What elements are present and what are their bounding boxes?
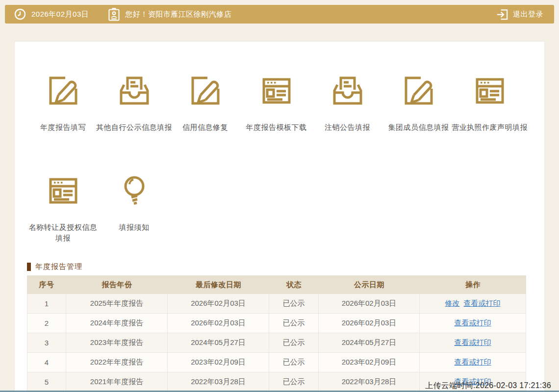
table-row: 3 2023年年度报告 2024年05月27日 已公示 2024年05月27日 … <box>27 333 526 353</box>
user-greeting: 您好！资阳市雁江区徐刚汽修店 <box>125 10 231 19</box>
menu-row-2: 名称转让及授权信息填报 填报须知 <box>27 172 170 244</box>
webpage-icon <box>258 72 295 109</box>
lightbulb-icon <box>116 172 153 209</box>
inbox-document-icon <box>329 72 366 109</box>
menu-item-cancellation-notice[interactable]: 注销公告填报 <box>312 72 383 133</box>
row-operations: 查看或打印 <box>420 333 526 352</box>
section-title-text: 年度报告管理 <box>35 262 82 271</box>
row-operations: 查看或打印 <box>420 314 526 333</box>
header-operations: 操作 <box>420 275 526 294</box>
row-operations: 修改 查看或打印 <box>420 294 526 313</box>
menu-item-label: 信用信息修复 <box>182 122 228 133</box>
row-status: 已公示 <box>269 372 319 392</box>
row-status: 已公示 <box>269 333 319 352</box>
header-last-modified: 最后修改日期 <box>168 275 269 294</box>
header-index: 序号 <box>27 275 66 294</box>
topbar: 2026年02月03日 您好！资阳市雁江区徐刚汽修店 退出登录 <box>5 5 554 24</box>
table-row: 1 2025年年度报告 2026年02月03日 已公示 2026年02月03日 … <box>27 294 526 314</box>
upload-time-watermark: 上传云端时间:2026-02-03 17:21:36 <box>425 381 551 391</box>
row-index: 1 <box>27 294 66 313</box>
logout-label: 退出登录 <box>513 10 543 19</box>
row-status: 已公示 <box>269 294 319 313</box>
view-or-print-link[interactable]: 查看或打印 <box>455 358 491 367</box>
webpage-icon <box>471 72 508 109</box>
row-index: 3 <box>27 333 66 352</box>
row-last-modified: 2024年05月27日 <box>168 333 269 352</box>
row-publish-date: 2023年02月09日 <box>319 353 420 372</box>
row-report-year: 2021年年度报告 <box>66 372 168 392</box>
menu-item-label: 年度报告填写 <box>40 122 86 133</box>
logout-button[interactable]: 退出登录 <box>496 8 543 21</box>
edit-square-icon <box>187 72 224 109</box>
menu-item-other-public-info[interactable]: 其他自行公示信息填报 <box>99 72 170 133</box>
webpage-icon <box>45 172 82 209</box>
menu-row-1: 年度报告填写 其他自行公示信息填报 信用信息修复 <box>27 72 525 133</box>
view-or-print-link[interactable]: 查看或打印 <box>455 318 491 328</box>
table-row: 4 2022年年度报告 2023年02月09日 已公示 2023年02月09日 … <box>27 353 526 372</box>
row-index: 5 <box>27 372 66 392</box>
section-marker <box>27 263 31 271</box>
table-row: 2 2024年年度报告 2026年02月03日 已公示 2026年02月03日 … <box>27 314 526 333</box>
view-or-print-link[interactable]: 查看或打印 <box>455 338 491 347</box>
row-last-modified: 2022年03月28日 <box>168 372 269 392</box>
table-header-row: 序号 报告年份 最后修改日期 状态 公示日期 操作 <box>27 275 526 294</box>
annual-report-section-title: 年度报告管理 <box>27 262 82 271</box>
menu-item-filing-instructions[interactable]: 填报须知 <box>99 172 170 244</box>
row-publish-date: 2026年02月03日 <box>319 314 420 333</box>
row-publish-date: 2022年03月28日 <box>319 372 420 392</box>
inbox-document-icon <box>116 72 153 109</box>
header-report-year: 报告年份 <box>66 275 168 294</box>
menu-item-label: 填报须知 <box>119 222 150 233</box>
row-last-modified: 2023年02月09日 <box>168 353 269 372</box>
menu-item-template-download[interactable]: 年度报告模板下载 <box>241 72 312 133</box>
clock-icon <box>14 8 26 20</box>
menu-item-license-void-declaration[interactable]: 营业执照作废声明填报 <box>454 72 525 133</box>
menu-item-label: 集团成员信息填报 <box>388 122 449 133</box>
row-report-year: 2023年年度报告 <box>66 333 168 352</box>
logout-icon <box>496 8 508 21</box>
menu-item-label: 年度报告模板下载 <box>246 122 307 133</box>
modify-link[interactable]: 修改 <box>445 299 460 308</box>
menu-item-label: 注销公告填报 <box>325 122 370 133</box>
row-index: 4 <box>27 353 66 372</box>
row-operations: 查看或打印 <box>420 353 526 372</box>
menu-item-credit-repair[interactable]: 信用信息修复 <box>170 72 241 133</box>
row-last-modified: 2026年02月03日 <box>168 294 269 313</box>
main-card: 年度报告填写 其他自行公示信息填报 信用信息修复 <box>15 42 544 392</box>
row-index: 2 <box>27 314 66 333</box>
menu-item-label: 其他自行公示信息填报 <box>96 122 172 133</box>
view-or-print-link[interactable]: 查看或打印 <box>464 299 501 308</box>
current-date: 2026年02月03日 <box>31 10 89 19</box>
header-status: 状态 <box>269 275 319 294</box>
row-report-year: 2025年年度报告 <box>66 294 168 313</box>
edit-square-icon <box>45 72 82 109</box>
row-last-modified: 2026年02月03日 <box>168 314 269 333</box>
row-report-year: 2024年年度报告 <box>66 314 168 333</box>
row-status: 已公示 <box>269 314 319 333</box>
menu-item-group-member-info[interactable]: 集团成员信息填报 <box>383 72 454 133</box>
menu-item-label: 名称转让及授权信息填报 <box>26 222 100 244</box>
row-publish-date: 2026年02月03日 <box>319 294 420 313</box>
id-card-icon <box>108 8 120 21</box>
menu-item-annual-report-fill[interactable]: 年度报告填写 <box>27 72 99 133</box>
edit-square-icon <box>400 72 437 109</box>
header-publish-date: 公示日期 <box>319 275 420 294</box>
menu-item-name-transfer-authorization[interactable]: 名称转让及授权信息填报 <box>27 172 99 244</box>
row-publish-date: 2024年05月27日 <box>319 333 420 352</box>
menu-item-label: 营业执照作废声明填报 <box>452 122 528 133</box>
row-status: 已公示 <box>269 353 319 372</box>
row-report-year: 2022年年度报告 <box>66 353 168 372</box>
annual-report-table: 序号 报告年份 最后修改日期 状态 公示日期 操作 1 2025年年度报告 20… <box>27 275 526 392</box>
